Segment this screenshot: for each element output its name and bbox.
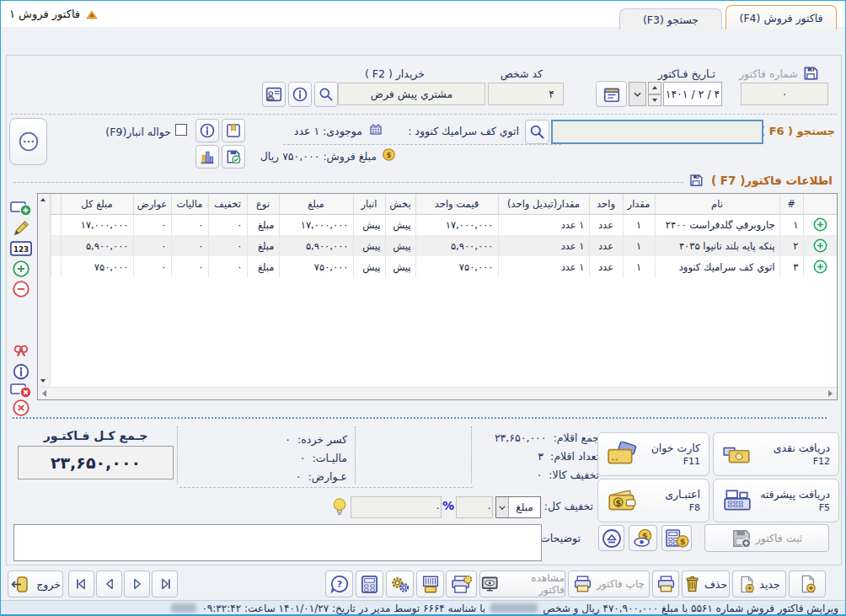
scroll-down-icon[interactable] — [40, 379, 46, 383]
more-options-button[interactable] — [9, 118, 47, 165]
new-invoice-icon-button[interactable] — [789, 570, 826, 597]
add-item-cell[interactable] — [803, 235, 837, 256]
view-invoice-button[interactable]: مشاهده فاکتور — [479, 570, 565, 597]
discount-type-dropdown[interactable]: مبلغ — [495, 496, 541, 518]
search-icon — [318, 86, 335, 103]
info-icon — [10, 362, 32, 381]
invoice-date-field[interactable]: ۱۴۰۱ / ۲ / ۴ — [663, 82, 722, 106]
barcode-print-button[interactable] — [416, 570, 444, 597]
customer-info-button[interactable] — [262, 82, 286, 107]
dropdown-arrow[interactable] — [496, 497, 509, 517]
exit-button[interactable]: خروج — [8, 570, 63, 597]
delete-button[interactable]: حذف — [682, 570, 730, 597]
bookmark-button[interactable] — [222, 119, 245, 142]
calculator-button[interactable] — [356, 570, 383, 597]
spin-up-button[interactable] — [648, 82, 661, 94]
item-discount-value: ۰ — [537, 469, 543, 481]
eject-button[interactable] — [598, 525, 624, 551]
quick-print-button[interactable] — [652, 570, 679, 597]
item-info-button[interactable] — [195, 119, 219, 142]
nav-last-button[interactable] — [152, 570, 178, 597]
buyer-search-button[interactable] — [314, 82, 338, 107]
count-items-label: تعداد اقلام: — [550, 450, 599, 463]
tab-search[interactable]: جستجو (F3) — [619, 8, 722, 29]
printer-settings-button[interactable] — [446, 570, 477, 597]
invoice-number-field[interactable]: ۰ — [741, 83, 828, 105]
nav-next-button[interactable] — [124, 570, 150, 597]
calculate-button[interactable]: $ — [661, 525, 692, 551]
invoice-info-title: اطلاعات فاکتور( F7 ) — [711, 174, 833, 187]
sum-items-value: ۲۳,۶۵۰,۰۰۰ — [495, 431, 547, 444]
count-items-row: تعداد اقلام:۳ — [538, 450, 599, 463]
scroll-up-icon[interactable] — [40, 198, 46, 201]
svg-text:?: ? — [336, 579, 341, 590]
row-plus-icon[interactable] — [813, 238, 827, 253]
scroll-left-icon[interactable] — [42, 390, 46, 397]
person-code-field[interactable]: ۴ — [488, 83, 564, 105]
save-invoice-info-icon[interactable] — [688, 173, 704, 188]
print-invoice-button[interactable]: چاپ فاکتور — [568, 570, 650, 597]
fraction-row: کسر خرده:۰ — [285, 433, 347, 446]
item-search-button[interactable] — [525, 120, 549, 144]
date-spinner[interactable] — [648, 82, 661, 106]
first-record-icon — [74, 576, 89, 592]
table-row[interactable]: ۱جاروبرقي گلدفراست ۲۴۰۰۱عدد۱ عدد۱۷,۰۰۰,۰… — [51, 214, 838, 235]
separator — [13, 182, 683, 183]
payment-card-reader-button[interactable]: کارت خوانF11 — [597, 432, 709, 476]
edit-button[interactable] — [9, 218, 33, 238]
nav-first-button[interactable] — [68, 570, 94, 597]
cell: ۰ — [208, 256, 247, 277]
table-row[interactable]: ۳اتوي كف سراميك كنوود۱عدد۱ عدد۷۵۰,۰۰۰پیش… — [51, 256, 838, 277]
gift-button[interactable] — [9, 341, 33, 362]
spin-down-button[interactable] — [648, 94, 661, 107]
item-search-input[interactable] — [551, 120, 763, 144]
horizontal-scrollbar[interactable] — [38, 387, 837, 399]
eye-dollar-icon: $ — [632, 528, 655, 548]
save-invoice-icon[interactable] — [801, 65, 820, 82]
add-row-button[interactable] — [9, 198, 33, 218]
nav-prev-button[interactable] — [96, 570, 122, 597]
splitter[interactable] — [13, 417, 827, 419]
warehouse-receipt-checkbox[interactable] — [175, 124, 187, 136]
page-plus-icon — [799, 574, 817, 594]
column-header: مالیات — [171, 194, 208, 214]
info-button[interactable] — [9, 362, 33, 382]
vertical-scrollbar[interactable] — [38, 194, 51, 387]
discount-amount-field[interactable]: ۰ — [351, 496, 442, 518]
view-price-button[interactable]: $ — [629, 525, 657, 551]
column-header-filler — [51, 194, 62, 214]
duties-label: عـوارض: — [308, 470, 347, 483]
discount-percent-field[interactable]: ۰ — [456, 496, 493, 518]
table-row[interactable]: ۲پنكه پايه بلند نانيوا ۴۰۳۵۱عدد۱ عدد۵,۹۰… — [51, 235, 838, 256]
person-code-value: ۴ — [549, 88, 554, 100]
cancel-button[interactable] — [9, 398, 33, 418]
scroll-right-icon[interactable] — [828, 390, 833, 397]
tax-value: ۰ — [300, 452, 306, 464]
cell: ۷۵۰,۰۰۰ — [61, 256, 133, 277]
date-dropdown-button[interactable] — [629, 82, 646, 106]
submit-invoice-button[interactable]: ثبت فاکتور — [704, 524, 829, 552]
decrease-button[interactable] — [9, 279, 33, 299]
increase-button[interactable] — [9, 259, 33, 279]
tab-sale-invoice[interactable]: فاکتور فروش (F4) — [726, 5, 837, 29]
number-entry-button[interactable]: 123 — [9, 238, 33, 259]
row-plus-icon[interactable] — [813, 260, 827, 274]
cell: ۷۵۰,۰۰۰ — [279, 256, 353, 277]
new-button[interactable]: جدید — [732, 570, 786, 597]
add-item-cell[interactable] — [803, 256, 837, 277]
chart-button[interactable] — [195, 145, 219, 169]
help-button[interactable]: ? — [325, 570, 353, 597]
payment-advanced-receive-button[interactable]: دریافت پیشرفتهF5 — [713, 479, 839, 522]
row-plus-icon[interactable] — [813, 217, 827, 232]
add-item-cell[interactable] — [803, 214, 837, 235]
settings-button[interactable] — [386, 570, 414, 597]
buyer-field[interactable]: مشتري پيش فرض — [338, 83, 485, 105]
payment-credit-button[interactable]: $اعتبـاریF8 — [597, 479, 709, 522]
chevron-down-icon — [634, 92, 641, 97]
calendar-button[interactable] — [596, 81, 627, 107]
save-check-button[interactable] — [222, 145, 245, 169]
buyer-info-button[interactable] — [288, 82, 312, 107]
payment-cash-receive-button[interactable]: دریافت نقدیF12 — [713, 432, 839, 476]
notes-textarea[interactable] — [13, 524, 542, 561]
cell: پیش — [353, 256, 385, 277]
